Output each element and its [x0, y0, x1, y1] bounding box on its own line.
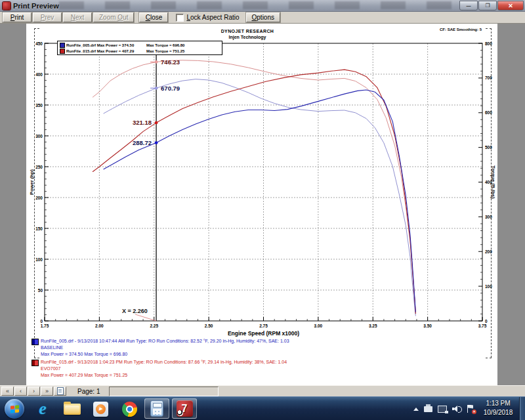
svg-text:1.75: 1.75 [41, 324, 49, 328]
svg-text:50: 50 [38, 288, 43, 293]
action-center-icon[interactable]: ✕ [467, 405, 475, 413]
page-number-label: Page: 1 [77, 388, 100, 395]
legend-swatch-red [60, 49, 65, 54]
svg-text:450: 450 [35, 41, 43, 46]
page-icon [57, 387, 64, 395]
clock-time: 1:13 PM [478, 399, 518, 408]
report-page: DYNOJET RESEARCH Injen Technology CF: SA… [26, 24, 497, 385]
svg-text:2.75: 2.75 [259, 324, 268, 328]
calculator-icon [150, 400, 163, 417]
svg-text:200: 200 [35, 196, 43, 200]
svg-text:100: 100 [485, 284, 492, 289]
svg-text:300: 300 [35, 134, 43, 138]
svg-text:400: 400 [35, 72, 43, 77]
run-swatch-blue [32, 339, 39, 345]
svg-text:2.25: 2.25 [150, 324, 158, 328]
dyno-chart: 1.752.002.252.502.753.003.253.503.750501… [26, 24, 497, 385]
svg-text:200: 200 [485, 249, 492, 254]
internet-explorer-icon [39, 402, 47, 417]
svg-text:3.75: 3.75 [478, 324, 487, 328]
folder-icon [64, 404, 81, 415]
taskbar-item-calculator[interactable] [144, 398, 169, 419]
svg-text:746.23: 746.23 [161, 58, 180, 66]
minimize-button[interactable] [459, 1, 478, 10]
tray-expand-icon[interactable] [413, 408, 419, 411]
taskbar-item-internet-explorer[interactable] [34, 401, 51, 417]
taskbar-item-dyno-app[interactable]: 7 [172, 398, 197, 419]
zoom-out-button[interactable]: Zoom Out [93, 12, 134, 22]
prev-page-button[interactable]: ‹ [14, 387, 27, 396]
volume-tray-icon[interactable] [452, 405, 461, 413]
preview-area: DYNOJET RESEARCH Injen Technology CF: SA… [0, 24, 525, 385]
show-desktop-button[interactable] [519, 397, 525, 420]
clock-date: 10/9/2018 [478, 408, 518, 417]
lock-aspect-ratio-control[interactable]: Lock Aspect Ratio [176, 14, 239, 22]
print-button[interactable]: Print [3, 12, 32, 22]
background-window-ghost [59, 1, 453, 9]
window-title: Print Preview [13, 2, 59, 10]
svg-text:3.00: 3.00 [314, 324, 323, 328]
svg-text:321.18: 321.18 [133, 119, 152, 126]
first-page-button[interactable]: « [1, 387, 14, 396]
svg-text:2.50: 2.50 [205, 324, 213, 328]
legend-swatch-blue [60, 43, 65, 48]
lock-aspect-ratio-checkbox[interactable] [176, 14, 184, 22]
svg-text:3.25: 3.25 [369, 324, 377, 328]
svg-text:0: 0 [40, 319, 43, 324]
taskbar-item-chrome[interactable] [121, 401, 138, 417]
options-button[interactable]: Options [246, 12, 280, 22]
dyno-app-icon: 7 [177, 400, 193, 417]
next-button[interactable]: Next [63, 12, 92, 22]
taskbar-item-explorer[interactable] [64, 401, 81, 417]
status-field [109, 387, 219, 396]
run-swatch-red [32, 360, 39, 366]
close-preview-button[interactable]: Close [139, 12, 168, 22]
next-page-button[interactable]: › [28, 387, 40, 396]
taskbar-item-media-player[interactable] [92, 401, 109, 417]
lock-aspect-ratio-label: Lock Aspect Ratio [186, 14, 239, 21]
svg-text:350: 350 [35, 103, 43, 108]
svg-text:3.50: 3.50 [423, 324, 432, 328]
run-info-baseline: RunFile_005.drf - 9/13/2018 10:47:44 AM … [41, 338, 289, 358]
svg-text:800: 800 [485, 41, 492, 46]
printer-tray-icon[interactable] [424, 406, 432, 412]
taskbar: 7 ✕ 1:13 PM 10/9/2018 [0, 396, 525, 420]
screen: Print Preview Print Prev Next Zoom Out C… [0, 0, 525, 420]
print-preview-toolbar: Print Prev Next Zoom Out Close Lock Aspe… [0, 12, 525, 24]
prev-button[interactable]: Prev [33, 12, 62, 22]
svg-text:Power (hp): Power (hp) [29, 169, 35, 195]
app-icon [3, 2, 10, 10]
run-info-evo7007: RunFile_015.drf - 9/13/2018 1:04:23 PM R… [41, 359, 287, 379]
last-page-button[interactable]: » [41, 387, 53, 396]
svg-text:150: 150 [35, 226, 43, 231]
chart-legend: RunFile_005.drf Max Power = 374.50 Max T… [57, 41, 222, 55]
svg-text:700: 700 [485, 75, 492, 80]
legend-row: RunFile_005.drf Max Power = 374.50 Max T… [60, 43, 220, 48]
svg-text:Engine Speed (RPM x1000): Engine Speed (RPM x1000) [228, 330, 299, 337]
legend-row: RunFile_015.drf Max Power = 407.29 Max T… [60, 49, 220, 54]
restore-button[interactable] [478, 1, 497, 10]
pager-bar: « ‹ › » Page: 1 [0, 385, 525, 396]
svg-text:670.79: 670.79 [161, 85, 180, 92]
system-tray: ✕ [413, 397, 475, 420]
svg-text:2.00: 2.00 [95, 324, 104, 328]
svg-text:288.72: 288.72 [133, 139, 152, 146]
goto-page-button[interactable] [54, 387, 66, 396]
svg-text:500: 500 [485, 145, 492, 150]
media-player-icon [93, 402, 108, 417]
chrome-icon [122, 402, 137, 417]
svg-text:600: 600 [485, 110, 492, 115]
action-center-alert-icon: ✕ [472, 410, 476, 414]
start-button[interactable] [5, 399, 24, 419]
svg-text:0: 0 [485, 319, 488, 324]
window-titlebar: Print Preview [0, 0, 525, 12]
svg-text:300: 300 [485, 215, 492, 219]
close-window-button[interactable] [497, 1, 524, 10]
cursor-x-label: X = 2.260 [122, 308, 148, 314]
svg-text:100: 100 [35, 257, 43, 262]
svg-text:250: 250 [35, 165, 43, 169]
taskbar-clock[interactable]: 1:13 PM 10/9/2018 [478, 399, 518, 417]
svg-text:Torque (ft-lbs): Torque (ft-lbs) [490, 165, 496, 199]
network-tray-icon[interactable] [438, 406, 447, 413]
windows-flag-icon [10, 405, 19, 413]
